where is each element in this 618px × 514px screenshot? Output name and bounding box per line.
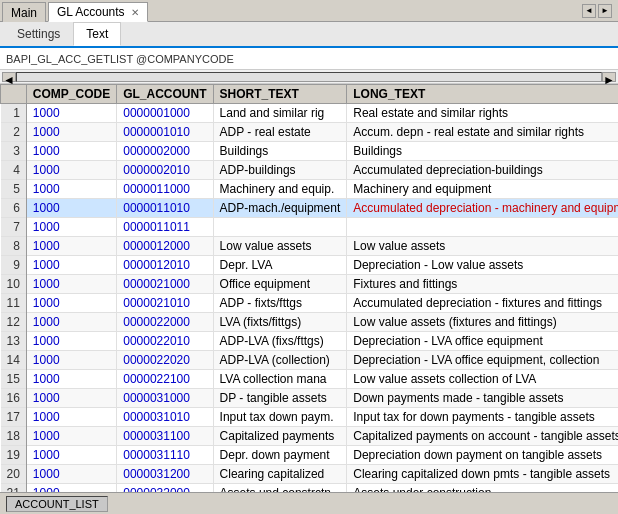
cell-comp-code: 1000 <box>26 313 116 332</box>
table-row[interactable]: 1410000000022020ADP-LVA (collection)Depr… <box>1 351 619 370</box>
cell-gl-account: 0000031200 <box>117 465 213 484</box>
cell-comp-code: 1000 <box>26 218 116 237</box>
tab-text[interactable]: Text <box>73 22 121 46</box>
cell-long-text: Depreciation - Low value assets <box>347 256 618 275</box>
table-row[interactable]: 710000000011011 <box>1 218 619 237</box>
table-row[interactable]: 810000000012000Low value assetsLow value… <box>1 237 619 256</box>
cell-short-text: ADP-LVA (collection) <box>213 351 347 370</box>
cell-short-text: Clearing capitalized <box>213 465 347 484</box>
cell-long-text: Accumulated depreciation - machinery and… <box>347 199 618 218</box>
tab-gl-accounts[interactable]: GL Accounts ✕ <box>48 2 148 22</box>
cell-short-text: ADP-buildings <box>213 161 347 180</box>
scroll-track[interactable] <box>16 72 602 82</box>
cell-comp-code: 1000 <box>26 104 116 123</box>
cell-long-text: Real estate and similar rights <box>347 104 618 123</box>
horizontal-scroll[interactable]: ◄ ► <box>0 70 618 84</box>
tab-settings-label: Settings <box>17 27 60 41</box>
cell-row-num: 16 <box>1 389 27 408</box>
cell-short-text: LVA collection mana <box>213 370 347 389</box>
table-row[interactable]: 1810000000031100Capitalized paymentsCapi… <box>1 427 619 446</box>
cell-comp-code: 1000 <box>26 237 116 256</box>
cell-gl-account: 0000031100 <box>117 427 213 446</box>
close-tab-icon[interactable]: ✕ <box>131 7 139 18</box>
cell-gl-account: 0000031010 <box>117 408 213 427</box>
tab-bar: Main GL Accounts ✕ ◄ ► <box>0 0 618 22</box>
tab-main[interactable]: Main <box>2 2 46 22</box>
cell-long-text: Accumulated depreciation-buildings <box>347 161 618 180</box>
data-table: COMP_CODE GL_ACCOUNT SHORT_TEXT LONG_TEX… <box>0 84 618 492</box>
tab-nav-prev[interactable]: ◄ <box>582 4 596 18</box>
scroll-left-btn[interactable]: ◄ <box>2 72 16 82</box>
cell-long-text: Capitalized payments on account - tangib… <box>347 427 618 446</box>
cell-gl-account: 0000011011 <box>117 218 213 237</box>
col-comp-code[interactable]: COMP_CODE <box>26 85 116 104</box>
cell-gl-account: 0000021000 <box>117 275 213 294</box>
cell-gl-account: 0000012010 <box>117 256 213 275</box>
table-row[interactable]: 110000000001000Land and similar rigReal … <box>1 104 619 123</box>
cell-comp-code: 1000 <box>26 294 116 313</box>
cell-gl-account: 0000031000 <box>117 389 213 408</box>
cell-gl-account: 0000001010 <box>117 123 213 142</box>
cell-long-text: Low value assets collection of LVA <box>347 370 618 389</box>
cell-long-text: Accum. depn - real estate and similar ri… <box>347 123 618 142</box>
table-row[interactable]: 1210000000022000LVA (fixts/fittgs)Low va… <box>1 313 619 332</box>
cell-row-num: 15 <box>1 370 27 389</box>
cell-gl-account: 0000022010 <box>117 332 213 351</box>
cell-row-num: 21 <box>1 484 27 493</box>
cell-comp-code: 1000 <box>26 256 116 275</box>
cell-short-text: ADP - real estate <box>213 123 347 142</box>
cell-row-num: 12 <box>1 313 27 332</box>
cell-long-text: Assets under construction <box>347 484 618 493</box>
scroll-right-btn[interactable]: ► <box>602 72 616 82</box>
cell-short-text: Office equipment <box>213 275 347 294</box>
cell-short-text: Land and similar rig <box>213 104 347 123</box>
cell-long-text: Depreciation - LVA office equipment, col… <box>347 351 618 370</box>
cell-row-num: 1 <box>1 104 27 123</box>
table-row[interactable]: 1010000000021000Office equipmentFixtures… <box>1 275 619 294</box>
cell-short-text: Depr. LVA <box>213 256 347 275</box>
table-row[interactable]: 2110000000032000Assets und.constrctnAsse… <box>1 484 619 493</box>
tab-gl-accounts-label: GL Accounts <box>57 5 125 19</box>
table-container[interactable]: COMP_CODE GL_ACCOUNT SHORT_TEXT LONG_TEX… <box>0 84 618 492</box>
cell-gl-account: 0000022000 <box>117 313 213 332</box>
cell-gl-account: 0000002000 <box>117 142 213 161</box>
table-row[interactable]: 1310000000022010ADP-LVA (fixs/fttgs)Depr… <box>1 332 619 351</box>
table-row[interactable]: 210000000001010ADP - real estateAccum. d… <box>1 123 619 142</box>
table-row[interactable]: 1110000000021010ADP - fixts/fttgsAccumul… <box>1 294 619 313</box>
tab-settings[interactable]: Settings <box>4 22 73 46</box>
col-gl-account[interactable]: GL_ACCOUNT <box>117 85 213 104</box>
col-row-num <box>1 85 27 104</box>
cell-short-text: LVA (fixts/fittgs) <box>213 313 347 332</box>
status-account-list[interactable]: ACCOUNT_LIST <box>6 496 108 512</box>
table-row[interactable]: 1610000000031000DP - tangible assetsDown… <box>1 389 619 408</box>
table-row[interactable]: 610000000011010ADP-mach./equipmentAccumu… <box>1 199 619 218</box>
cell-comp-code: 1000 <box>26 199 116 218</box>
tab-main-label: Main <box>11 6 37 20</box>
table-row[interactable]: 410000000002010ADP-buildingsAccumulated … <box>1 161 619 180</box>
col-long-text[interactable]: LONG_TEXT <box>347 85 618 104</box>
cell-comp-code: 1000 <box>26 427 116 446</box>
cell-comp-code: 1000 <box>26 275 116 294</box>
cell-long-text: Depreciation down payment on tangible as… <box>347 446 618 465</box>
table-row[interactable]: 510000000011000Machinery and equip.Machi… <box>1 180 619 199</box>
cell-comp-code: 1000 <box>26 446 116 465</box>
secondary-tab-bar: Settings Text <box>0 22 618 48</box>
cell-short-text: Input tax down paym. <box>213 408 347 427</box>
tab-nav-next[interactable]: ► <box>598 4 612 18</box>
cell-comp-code: 1000 <box>26 161 116 180</box>
table-row[interactable]: 1910000000031110Depr. down paymentDeprec… <box>1 446 619 465</box>
table-row[interactable]: 2010000000031200Clearing capitalizedClea… <box>1 465 619 484</box>
cell-row-num: 19 <box>1 446 27 465</box>
cell-long-text <box>347 218 618 237</box>
cell-long-text: Input tax for down payments - tangible a… <box>347 408 618 427</box>
cell-row-num: 18 <box>1 427 27 446</box>
cell-long-text: Depreciation - LVA office equipment <box>347 332 618 351</box>
cell-row-num: 4 <box>1 161 27 180</box>
table-row[interactable]: 1510000000022100LVA collection manaLow v… <box>1 370 619 389</box>
table-row[interactable]: 310000000002000BuildingsBuildings <box>1 142 619 161</box>
col-short-text[interactable]: SHORT_TEXT <box>213 85 347 104</box>
cell-row-num: 8 <box>1 237 27 256</box>
table-row[interactable]: 910000000012010Depr. LVADepreciation - L… <box>1 256 619 275</box>
cell-comp-code: 1000 <box>26 370 116 389</box>
table-row[interactable]: 1710000000031010Input tax down paym.Inpu… <box>1 408 619 427</box>
